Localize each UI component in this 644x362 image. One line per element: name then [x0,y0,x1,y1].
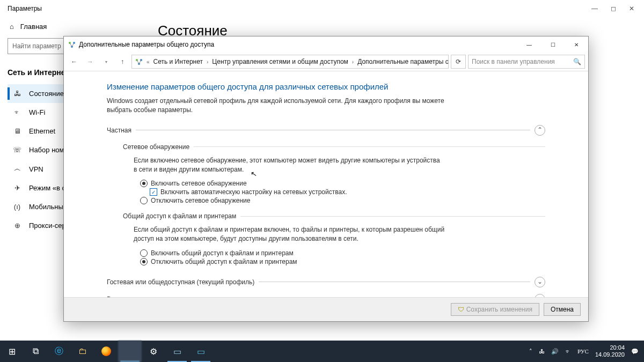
checkbox-auto-setup[interactable]: ✓ Включить автоматическую настройку на с… [140,188,545,196]
divider [240,216,545,217]
shield-icon: 🛡 [458,306,464,314]
window-button[interactable]: ▭ [165,341,189,362]
subsection-discovery: Сетевое обнаружение [107,138,545,153]
radio-icon [140,197,148,204]
status-icon: 🖧 [13,90,21,98]
button-label: Отмена [551,306,574,313]
search-placeholder: Поиск в панели управления [472,58,555,65]
tray-language[interactable]: РУС [577,348,589,354]
radio-label: Включить сетевое обнаружение [151,180,247,187]
dialog-titlebar[interactable]: Дополнительные параметры общего доступа … [64,36,588,53]
checkbox-icon: ✓ [150,188,157,196]
divider [259,282,530,282]
close-icon[interactable]: ✕ [629,5,634,12]
subsection-sharing: Общий доступ к файлам и принтерам [107,207,545,222]
start-button[interactable]: ⊞ [0,341,24,362]
home-icon: ⌂ [10,23,14,31]
ethernet-icon: 🖥 [13,127,21,135]
taskbar[interactable]: ⊞ ⧉ ⓔ 🗀 ⚙ ▭ ▭ ˄ 🖧 🔊 ᯤ РУС 20:04 14.09.20… [0,341,644,362]
radio-icon [140,249,148,257]
refresh-button[interactable]: ⟳ [451,55,466,69]
expand-icon[interactable]: ⌄ [535,277,545,287]
toolbar: ← → ▾ ↑ « Сеть и Интернет › Центр управл… [64,53,588,71]
nav-label: Состояние [29,90,64,98]
sub-label: Сетевое обнаружение [123,143,194,151]
tray-wifi-icon[interactable]: ᯤ [565,348,571,354]
breadcrumb-seg[interactable]: Дополнительные параметры общего доступа [357,58,449,65]
svg-line-3 [70,43,72,47]
collapse-icon[interactable]: ⌃ [535,125,545,136]
dialog-minimize-button[interactable]: — [517,36,541,53]
content-heading: Изменение параметров общего доступа для … [107,82,545,91]
tray-volume-icon[interactable]: 🔊 [551,348,559,355]
clock-time: 20:04 [595,344,625,351]
radio-sharing-on[interactable]: Включить общий доступ к файлам и принтер… [140,249,545,257]
vpn-icon: ෴ [13,165,21,173]
save-button[interactable]: 🛡 Сохранить изменения [451,303,539,316]
proxy-icon: ⊕ [13,221,21,230]
radio-icon [140,180,148,187]
nav-label: Ethernet [29,127,55,135]
radio-discovery-on[interactable]: Включить сетевое обнаружение [140,179,545,188]
radio-sharing-off[interactable]: Отключить общий доступ к файлам и принте… [140,257,545,266]
control-panel-search[interactable]: Поиск в панели управления 🔍 [468,55,585,69]
settings-button[interactable]: ⚙ [142,341,165,362]
window-button[interactable]: ▭ [189,341,213,362]
home-label: Главная [20,23,47,31]
nav-label: Wi-Fi [29,108,45,116]
maximize-icon[interactable]: ◻ [611,5,616,12]
radio-icon [140,258,148,265]
dialup-icon: ☏ [13,146,21,154]
divider [194,146,545,147]
network-icon [68,41,76,48]
sharing-description: Если общий доступ к файлам и принтерам в… [107,222,445,248]
settings-title: Параметры [8,5,42,12]
dialog-content: Изменение параметров общего доступа для … [64,71,588,297]
nav-label: VPN [29,165,43,173]
tray-notifications-icon[interactable]: 💬 [631,348,639,355]
svg-line-9 [139,60,141,64]
breadcrumb-seg[interactable]: Сеть и Интернет [153,58,203,65]
forward-button[interactable]: → [83,55,97,69]
radio-label: Отключить общий доступ к файлам и принте… [151,258,297,265]
firefox-button[interactable] [94,341,118,362]
minimize-icon[interactable]: — [591,5,598,12]
address-bar[interactable]: « Сеть и Интернет › Центр управления сет… [131,55,449,69]
chevron-icon: › [205,59,210,65]
radio-discovery-off[interactable]: Отключить сетевое обнаружение [140,196,545,205]
chevron-icon: « [145,59,151,65]
radio-label: Отключить сетевое обнаружение [151,197,250,204]
tray-network-icon[interactable]: 🖧 [539,348,545,354]
search-icon: 🔍 [573,58,581,65]
content-intro: Windows создает отдельный сетевой профил… [107,97,450,115]
dialog-footer: 🛡 Сохранить изменения Отмена [64,297,588,321]
airplane-icon: ✈ [13,184,21,192]
section-label: Частная [107,127,136,134]
settings-titlebar: Параметры — ◻ ✕ [0,0,644,17]
hotspot-icon: (ı) [13,203,21,211]
wifi-icon: ᯤ [13,108,21,116]
taskview-button[interactable]: ⧉ [24,341,47,362]
tray-chevron-icon[interactable]: ˄ [529,348,532,355]
app-button[interactable] [118,341,142,362]
recent-button[interactable]: ▾ [99,55,113,69]
checkbox-label: Включить автоматическую настройку на сет… [160,188,347,196]
svg-line-4 [72,43,74,47]
dialog-close-button[interactable]: ✕ [565,36,588,53]
tray-clock[interactable]: 20:04 14.09.2020 [595,344,625,358]
cancel-button[interactable]: Отмена [544,303,581,316]
dialog-maximize-button[interactable]: ☐ [541,36,565,53]
button-label: Сохранить изменения [466,306,532,313]
chevron-icon: › [350,59,355,65]
section-private[interactable]: Частная ⌃ [107,125,545,136]
back-button[interactable]: ← [67,55,81,69]
home-link[interactable]: ⌂ Главная [8,17,136,36]
up-button[interactable]: ↑ [115,55,129,69]
dialog-title: Дополнительные параметры общего доступа [79,41,214,48]
explorer-button[interactable]: 🗀 [71,341,94,362]
sub-label: Общий доступ к файлам и принтерам [123,212,240,220]
section-guest[interactable]: Гостевая или общедоступная (текущий проф… [107,277,545,287]
section-label: Гостевая или общедоступная (текущий проф… [107,278,259,286]
breadcrumb-seg[interactable]: Центр управления сетями и общим доступом [212,58,348,65]
edge-button[interactable]: ⓔ [47,341,71,362]
